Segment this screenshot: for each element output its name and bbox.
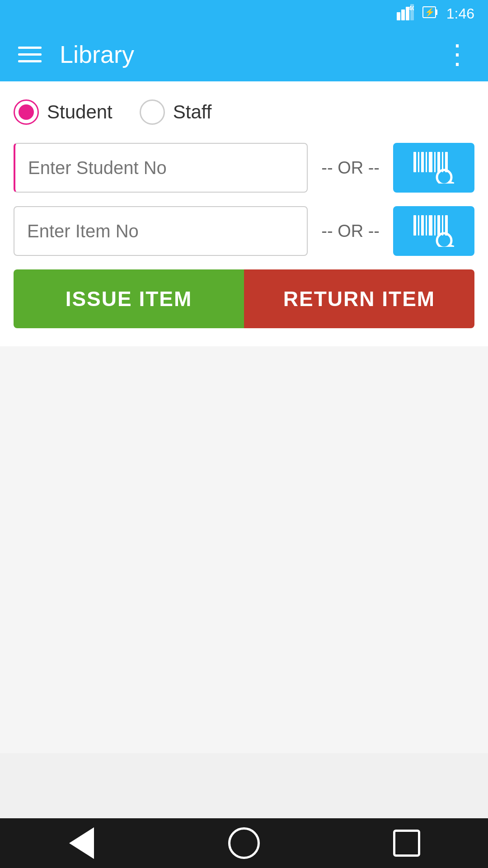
svg-text:⚡: ⚡ [425,7,435,17]
svg-rect-9 [418,152,419,172]
svg-rect-13 [434,152,436,172]
student-input-row: -- OR -- [14,143,474,193]
action-buttons: ISSUE ITEM RETURN ITEM [14,269,474,328]
svg-rect-22 [426,215,427,236]
recent-apps-icon [393,830,420,857]
bottom-navigation [0,818,488,868]
home-button[interactable] [226,825,262,861]
recent-apps-button[interactable] [389,825,425,861]
student-scan-button[interactable] [393,143,474,193]
back-button[interactable] [63,825,99,861]
app-title: Library [60,40,426,68]
svg-rect-23 [429,215,432,236]
main-content: Student Staff -- OR -- [0,81,488,346]
item-number-input[interactable] [14,206,308,256]
clock: 1:46 [446,5,474,22]
status-bar: 4G ⚡ 1:46 [0,0,488,27]
battery-icon: ⚡ [422,4,438,24]
barcode-scan-icon-2 [413,215,454,247]
staff-radio-circle[interactable] [140,99,165,125]
or-label-1: -- OR -- [321,158,380,178]
barcode-scan-icon-1 [413,152,454,184]
student-radio[interactable]: Student [14,99,113,125]
radio-group: Student Staff [14,99,474,125]
svg-rect-10 [421,152,424,172]
empty-content-area [0,346,488,753]
svg-rect-8 [413,152,416,172]
svg-line-29 [449,245,454,247]
status-bar-right: 4G ⚡ 1:46 [397,4,474,24]
student-number-input[interactable] [14,143,308,193]
home-icon [228,827,260,859]
svg-rect-11 [426,152,427,172]
svg-rect-20 [418,215,419,236]
svg-rect-25 [437,215,440,236]
student-radio-label: Student [47,101,113,123]
svg-rect-19 [413,215,416,236]
svg-line-18 [449,182,454,184]
return-item-button[interactable]: RETURN ITEM [244,269,474,328]
student-radio-circle[interactable] [14,99,39,125]
item-scan-button[interactable] [393,206,474,256]
svg-rect-21 [421,215,424,236]
app-bar: Library ⋮ [0,27,488,81]
menu-icon[interactable] [18,47,42,62]
svg-text:4G: 4G [408,5,414,12]
or-label-2: -- OR -- [321,222,380,241]
svg-rect-1 [401,9,405,20]
svg-rect-0 [397,12,400,20]
svg-rect-6 [436,9,437,15]
more-options-icon[interactable]: ⋮ [444,38,470,70]
item-input-row: -- OR -- [14,206,474,256]
issue-item-button[interactable]: ISSUE ITEM [14,269,244,328]
network-icon: 4G [397,4,414,24]
svg-rect-14 [437,152,440,172]
svg-rect-12 [429,152,432,172]
svg-rect-24 [434,215,436,236]
staff-radio-label: Staff [173,101,212,123]
staff-radio[interactable]: Staff [140,99,212,125]
back-icon [69,827,94,859]
